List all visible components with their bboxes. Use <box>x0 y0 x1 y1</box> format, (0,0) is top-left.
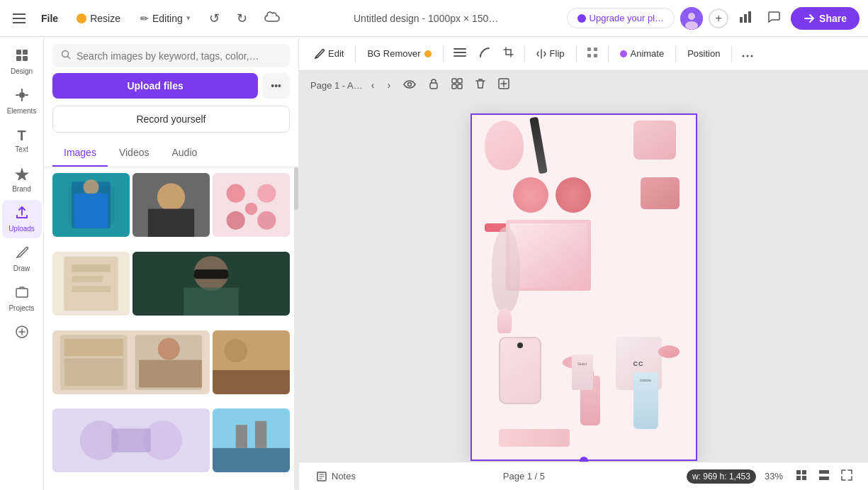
resize-dot-icon <box>77 13 86 23</box>
sidebar-item-add[interactable] <box>2 319 42 348</box>
redo-button[interactable]: ↻ <box>231 6 253 30</box>
delete-page-button[interactable] <box>471 75 490 95</box>
upload-more-button[interactable]: ••• <box>262 73 290 99</box>
sidebar-item-draw[interactable]: Draw <box>2 240 42 278</box>
svg-rect-7 <box>23 50 28 55</box>
canvas-frame: CC cocos Gucci <box>470 113 697 461</box>
lock-icon-button[interactable] <box>424 75 443 95</box>
editing-button[interactable]: ✏ Editing ▾ <box>133 9 198 28</box>
flip-button[interactable]: Flip <box>529 44 572 63</box>
tab-images[interactable]: Images <box>52 140 108 167</box>
resize-label: Resize <box>90 13 120 24</box>
animate-label: Animate <box>631 48 665 59</box>
list-item[interactable] <box>133 173 210 237</box>
file-button[interactable]: File <box>35 9 64 28</box>
grid-view-button[interactable] <box>791 467 811 486</box>
svg-point-26 <box>257 184 276 203</box>
sidebar-item-text[interactable]: T Text <box>2 122 42 159</box>
editing-label: Editing <box>152 13 183 24</box>
undo-button[interactable]: ↺ <box>203 6 225 30</box>
svg-rect-59 <box>587 48 591 51</box>
list-item[interactable] <box>52 408 210 472</box>
bg-remover-dot-icon <box>424 50 432 57</box>
mascara-item <box>529 117 548 174</box>
sidebar-item-projects[interactable]: Projects <box>2 279 42 318</box>
svg-rect-54 <box>111 429 151 452</box>
list-item[interactable] <box>213 330 290 394</box>
search-input[interactable] <box>77 50 281 62</box>
hamburger-menu-icon[interactable] <box>9 9 30 28</box>
canvas-viewport[interactable]: CC cocos Gucci <box>299 99 868 462</box>
list-item[interactable] <box>213 408 290 472</box>
pages-icon-button[interactable] <box>447 75 467 95</box>
svg-rect-38 <box>194 269 229 279</box>
canvas-image: CC cocos Gucci <box>470 113 697 461</box>
upgrade-button[interactable]: Upgrade your pl… <box>567 8 675 28</box>
lines-icon-button[interactable] <box>448 43 472 65</box>
record-yourself-button[interactable]: Record yourself <box>52 106 290 133</box>
svg-rect-56 <box>213 448 290 472</box>
zoom-level[interactable]: 33% <box>765 471 783 481</box>
sidebar-item-design[interactable]: Design <box>2 43 42 81</box>
flip-label: Flip <box>550 48 565 59</box>
page-count: Page 1 / 5 <box>503 471 545 481</box>
list-item[interactable] <box>52 173 130 237</box>
svg-rect-75 <box>802 470 806 474</box>
page-next-button[interactable]: › <box>383 77 395 94</box>
svg-rect-62 <box>594 54 597 57</box>
share-button[interactable]: Share <box>791 7 859 30</box>
draw-icon <box>15 245 29 263</box>
sidebar-item-uploads[interactable]: Uploads <box>2 200 42 238</box>
document-title[interactable]: Untitled design - 1000px × 150… <box>291 13 561 24</box>
list-item[interactable] <box>52 252 130 316</box>
svg-rect-39 <box>184 287 239 315</box>
add-page-button[interactable] <box>494 75 514 95</box>
more-options-button[interactable] <box>736 43 759 65</box>
svg-rect-3 <box>740 17 743 23</box>
svg-rect-44 <box>64 358 123 386</box>
avatar[interactable] <box>680 7 703 30</box>
position-button[interactable]: Position <box>680 44 727 63</box>
comments-icon[interactable] <box>762 6 785 31</box>
sidebar-item-elements[interactable]: Elements <box>2 82 42 121</box>
notes-button[interactable]: Notes <box>310 468 361 485</box>
corner-icon-button[interactable] <box>473 43 496 65</box>
svg-rect-71 <box>458 84 462 89</box>
tab-audio[interactable]: Audio <box>160 140 208 167</box>
analytics-icon[interactable] <box>734 6 757 31</box>
eye-icon-button[interactable] <box>399 76 420 94</box>
resize-button[interactable]: Resize <box>69 9 128 28</box>
toolbar-divider-7 <box>731 45 732 62</box>
list-item[interactable] <box>52 330 210 394</box>
svg-rect-4 <box>744 14 747 23</box>
sidebar-item-brand[interactable]: Brand <box>2 160 42 199</box>
search-box[interactable] <box>52 44 290 67</box>
position-label: Position <box>687 48 720 59</box>
page-prev-button[interactable]: ‹ <box>367 77 379 94</box>
tab-videos[interactable]: Videos <box>108 140 161 167</box>
svg-rect-68 <box>452 79 456 83</box>
svg-rect-23 <box>148 208 194 237</box>
layout-view-button[interactable] <box>814 467 834 486</box>
feather-item <box>492 227 520 312</box>
expand-view-button[interactable] <box>837 467 857 486</box>
add-profile-button[interactable]: + <box>709 9 728 28</box>
notes-label: Notes <box>332 471 356 481</box>
upload-files-button[interactable]: Upload files <box>52 73 258 99</box>
jar-item <box>641 177 680 209</box>
svg-point-66 <box>408 83 412 87</box>
animate-button[interactable]: Animate <box>613 44 672 63</box>
svg-rect-45 <box>64 338 123 355</box>
palette-item <box>499 429 570 447</box>
svg-point-10 <box>19 92 25 98</box>
edit-button[interactable]: Edit <box>308 44 351 63</box>
bg-remover-button[interactable]: BG Remover <box>360 44 438 63</box>
svg-rect-60 <box>594 48 597 51</box>
list-item[interactable] <box>213 173 290 237</box>
pencil-icon: ✏ <box>140 13 149 24</box>
crop-icon-button[interactable] <box>497 43 520 65</box>
list-item[interactable] <box>133 252 290 316</box>
canvas-resize-handle[interactable] <box>580 457 588 462</box>
texture-icon-button[interactable] <box>581 43 604 65</box>
chevron-down-icon: ▾ <box>186 13 191 23</box>
